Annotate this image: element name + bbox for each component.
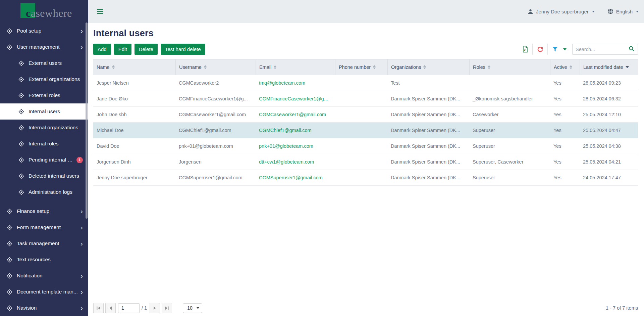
filter-options-caret-button[interactable] <box>561 44 568 55</box>
language-menu-caret-icon <box>636 11 639 12</box>
module-diamond-icon <box>18 141 24 147</box>
chevron-right-icon: › <box>78 306 83 310</box>
sidebar-item-form-management[interactable]: Form management› <box>0 219 88 235</box>
email-link[interactable]: tmq@globeteam.com <box>256 75 335 91</box>
page-size-wrap: 10 <box>183 303 202 313</box>
chevron-right-icon: › <box>78 45 83 49</box>
test-hard-delete-button[interactable]: Test hard delete <box>161 44 205 55</box>
column-header-email[interactable]: Email <box>256 59 335 75</box>
sidebar-item-pending-internal-u[interactable]: Pending internal u...1 <box>0 152 88 168</box>
email-link[interactable]: CGMFinanceCaseworker1@g... <box>256 91 335 106</box>
sidebar-item-administration-logs[interactable]: Administration logs <box>0 184 88 200</box>
sidebar-item-deleted-internal-users[interactable]: Deleted internal users <box>0 168 88 184</box>
module-diamond-icon <box>7 305 12 311</box>
search-icon[interactable] <box>629 46 635 53</box>
caret-down-icon <box>563 48 567 50</box>
sidebar-item-internal-organizations[interactable]: Internal organizations <box>0 120 88 136</box>
sidebar-scrollbar-thumb[interactable] <box>86 22 88 219</box>
content: Internal users AddEditDeleteTest hard de… <box>88 23 644 316</box>
column-header-roles[interactable]: Roles <box>469 59 550 75</box>
cell-name: Jorgensen Dinh <box>93 154 175 170</box>
chevron-right-icon: › <box>78 241 83 246</box>
module-diamond-icon <box>7 209 12 214</box>
email-link[interactable]: CGMChief1@gmail.com <box>256 123 335 138</box>
refresh-button[interactable] <box>534 44 546 55</box>
sort-icon <box>373 65 376 69</box>
sidebar-item-task-management[interactable]: Task management› <box>0 235 88 252</box>
cell-roles: Superuser <box>469 138 550 154</box>
add-button[interactable]: Add <box>93 44 111 55</box>
chevron-right-icon: › <box>78 225 83 230</box>
table-row[interactable]: David Doepnk+01@globeteam.compnk+01@glob… <box>93 138 638 154</box>
email-link[interactable]: CGMCaseworker1@gmail.com <box>256 107 335 122</box>
sidebar-item-label: Document template man... <box>17 289 78 295</box>
table-row[interactable]: John Doe sbhCGMCaseworker1@gmail.comCGMC… <box>93 107 638 123</box>
cell-active: Yes <box>550 107 580 122</box>
cell-active: Yes <box>550 75 580 91</box>
cell-name: Jesper Nielsen <box>93 75 175 91</box>
sidebar-item-internal-roles[interactable]: Internal roles <box>0 136 88 152</box>
logo[interactable]: casewhere <box>0 0 88 23</box>
module-diamond-icon <box>18 93 24 98</box>
last-page-button[interactable] <box>162 303 172 313</box>
edit-button[interactable]: Edit <box>114 44 131 55</box>
sidebar-item-finance-setup[interactable]: Finance setup› <box>0 203 88 219</box>
cell-active: Yes <box>550 154 580 170</box>
cell-phone <box>335 91 387 106</box>
cell-name: John Doe sbh <box>93 107 175 122</box>
language-menu[interactable]: English <box>607 8 639 14</box>
delete-button[interactable]: Delete <box>135 44 158 55</box>
sidebar-item-external-roles[interactable]: External roles <box>0 87 88 103</box>
cell-roles: Caseworker <box>469 107 550 122</box>
previous-page-button[interactable] <box>105 303 116 313</box>
table-row[interactable]: Jorgensen DinhJorgensendtt+cw1@globeteam… <box>93 154 638 170</box>
cell-roles <box>469 75 550 91</box>
sidebar-item-label: Internal organizations <box>29 125 78 131</box>
next-page-button[interactable] <box>150 303 160 313</box>
sidebar-item-label: Task management <box>17 240 59 246</box>
column-header-active[interactable]: Active <box>550 59 580 75</box>
sidebar-item-navision[interactable]: Navision› <box>0 300 88 316</box>
email-link[interactable]: pnk+01@globeteam.com <box>256 138 335 154</box>
sidebar-item-notification[interactable]: Notification› <box>0 268 88 284</box>
table-row[interactable]: Jane Doe ØkoCGMFinanceCaseworker1@g...CG… <box>93 91 638 107</box>
page-size-select[interactable]: 10 <box>183 303 202 313</box>
sidebar-item-label: Administration logs <box>29 189 72 195</box>
column-header-name[interactable]: Name <box>93 59 175 75</box>
user-menu[interactable]: Jenny Doe superbruger <box>528 9 595 14</box>
cell-modified: 25.05.2024 04:21 <box>580 154 638 170</box>
table-row[interactable]: Michael DoeCGMChief1@gmail.comCGMChief1@… <box>93 123 638 138</box>
table-row[interactable]: Jenny Doe superbrugerCGMSuperuser1@gmail… <box>93 170 638 186</box>
table-row[interactable]: Jesper NielsenCGMCaseworker2tmq@globetea… <box>93 75 638 91</box>
sidebar-item-internal-users[interactable]: Internal users <box>0 103 88 120</box>
sidebar-item-document-template-man[interactable]: Document template man...› <box>0 284 88 300</box>
sidebar-item-label: Navision <box>17 305 37 311</box>
grid-body: Jesper NielsenCGMCaseworker2tmq@globetea… <box>93 75 638 186</box>
sidebar-item-label: Deleted internal users <box>29 173 79 179</box>
first-page-button[interactable] <box>93 303 104 313</box>
filter-button[interactable] <box>549 44 561 55</box>
search-input[interactable] <box>576 47 629 52</box>
column-label: Organizations <box>391 64 421 70</box>
sidebar-item-text-resources[interactable]: Text resources <box>0 252 88 268</box>
column-header-username[interactable]: Username <box>175 59 256 75</box>
column-label: Last modified date <box>583 64 623 70</box>
email-link[interactable]: CGMSuperuser1@gmail.com <box>256 170 335 185</box>
user-icon <box>528 9 533 14</box>
sidebar-item-user-management[interactable]: User management› <box>0 39 88 55</box>
sidebar-item-external-users[interactable]: External users <box>0 55 88 71</box>
menu-toggle-button[interactable] <box>96 8 105 15</box>
sidebar-item-pool-setup[interactable]: Pool setup› <box>0 23 88 39</box>
column-header-phone-number[interactable]: Phone number <box>335 59 387 75</box>
email-link[interactable]: dtt+cw1@globeteam.com <box>256 154 335 170</box>
column-header-organizations[interactable]: Organizations <box>387 59 469 75</box>
cell-organizations: Danmark Spiser Sammen (DK... <box>387 170 469 185</box>
sidebar-item-external-organizations[interactable]: External organizations <box>0 71 88 87</box>
column-header-last-modified-date[interactable]: Last modified date <box>580 59 638 75</box>
sort-icon <box>570 65 572 69</box>
page-number-input[interactable] <box>118 303 140 313</box>
excel-export-button[interactable]: x <box>519 44 531 55</box>
sort-icon <box>423 65 426 69</box>
sidebar-item-label: Internal roles <box>29 141 59 147</box>
column-label: Email <box>259 64 271 70</box>
